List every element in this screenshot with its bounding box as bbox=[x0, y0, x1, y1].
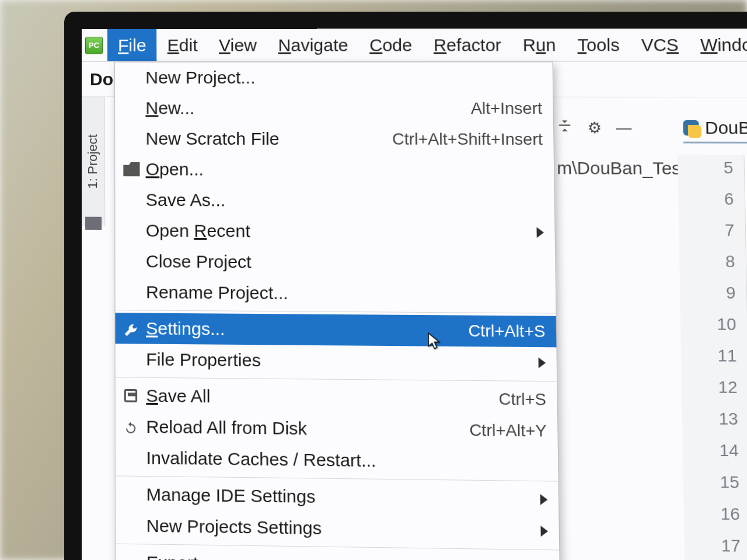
editor-gutter: 5 6 7 8 9 10 11 12 13 14 15 16 17 bbox=[678, 155, 747, 560]
line-number: 15 bbox=[683, 472, 747, 505]
menu-code[interactable]: Code bbox=[359, 29, 423, 61]
line-number: 16 bbox=[684, 504, 747, 537]
python-file-icon bbox=[683, 120, 699, 136]
menu-run[interactable]: Run bbox=[512, 29, 567, 61]
menu-window[interactable]: Windo bbox=[689, 29, 747, 61]
tool-window-tab-project[interactable]: 1: Project bbox=[82, 97, 105, 226]
menu-invalidate-caches[interactable]: Invalidate Caches / Restart... bbox=[116, 442, 558, 479]
line-number: 12 bbox=[682, 377, 747, 410]
folder-open-icon bbox=[123, 162, 139, 176]
menu-reload-from-disk[interactable]: Reload All from Disk Ctrl+Alt+Y bbox=[116, 411, 558, 447]
menu-file[interactable]: File bbox=[107, 29, 157, 61]
menu-tools[interactable]: Tools bbox=[566, 29, 630, 61]
mouse-cursor-icon bbox=[427, 332, 442, 351]
menu-save-as[interactable]: Save As... bbox=[115, 184, 554, 217]
menu-open-recent[interactable]: Open Recent bbox=[115, 215, 555, 249]
menu-view[interactable]: View bbox=[208, 29, 268, 61]
pycharm-icon: PC bbox=[85, 36, 103, 54]
menu-new-project[interactable]: New Project... bbox=[115, 62, 553, 93]
menu-new-scratch-file[interactable]: New Scratch File Ctrl+Alt+Shift+Insert bbox=[115, 123, 554, 155]
menu-rename-project[interactable]: Rename Project... bbox=[115, 276, 556, 310]
shortcut-label: Alt+Insert bbox=[471, 99, 543, 118]
shortcut-label: Ctrl+Alt+Y bbox=[469, 421, 547, 441]
line-number: 8 bbox=[679, 252, 746, 284]
submenu-arrow-icon bbox=[540, 526, 548, 537]
tool-window-tab-label: 1: Project bbox=[86, 134, 101, 189]
menu-vcs[interactable]: VCS bbox=[630, 29, 690, 61]
submenu-arrow-icon bbox=[540, 494, 548, 505]
menu-new[interactable]: New... Alt+Insert bbox=[115, 93, 553, 124]
shortcut-label: Ctrl+S bbox=[498, 390, 546, 410]
shortcut-label: Ctrl+Alt+Shift+Insert bbox=[392, 130, 543, 149]
project-toolwindow-toolbar: ⚙ — bbox=[556, 117, 632, 138]
gear-icon[interactable]: ⚙ bbox=[588, 119, 602, 138]
collapse-all-icon[interactable] bbox=[556, 117, 573, 138]
main-menubar: PC File Edit View Navigate Code Refactor… bbox=[82, 29, 747, 62]
menu-save-all[interactable]: Save All Ctrl+S bbox=[116, 380, 557, 415]
line-number: 17 bbox=[685, 536, 747, 560]
submenu-arrow-icon bbox=[536, 227, 544, 238]
menu-edit[interactable]: Edit bbox=[157, 29, 208, 61]
wrench-icon bbox=[124, 321, 138, 336]
ide-window: PC File Edit View Navigate Code Refactor… bbox=[82, 29, 747, 560]
line-number: 9 bbox=[680, 283, 747, 315]
shortcut-label: Ctrl+Alt+S bbox=[468, 321, 545, 341]
file-menu-dropdown: New Project... New... Alt+Insert New Scr… bbox=[114, 62, 560, 560]
editor-tab-label: DouB bbox=[705, 118, 747, 138]
menu-manage-ide-settings[interactable]: Manage IDE Settings bbox=[116, 478, 559, 515]
project-folder-icon bbox=[85, 217, 102, 230]
menu-new-projects-settings[interactable]: New Projects Settings bbox=[116, 510, 559, 547]
editor-tab[interactable]: DouB bbox=[683, 118, 747, 144]
line-number: 11 bbox=[681, 346, 747, 378]
minimize-icon[interactable]: — bbox=[616, 119, 631, 138]
save-icon bbox=[124, 389, 137, 402]
line-number: 10 bbox=[680, 314, 747, 346]
line-number: 7 bbox=[679, 220, 746, 252]
menu-close-project[interactable]: Close Project bbox=[115, 246, 555, 279]
menu-navigate[interactable]: Navigate bbox=[267, 29, 359, 61]
line-number: 5 bbox=[678, 158, 745, 190]
breadcrumb-fragment: Do bbox=[90, 69, 113, 89]
menu-settings[interactable]: Settings... Ctrl+Alt+S bbox=[116, 313, 557, 347]
line-number: 13 bbox=[682, 409, 747, 441]
line-number: 14 bbox=[683, 440, 747, 473]
project-path-fragment: m\DouBan_Tes bbox=[557, 158, 681, 178]
menu-file-properties[interactable]: File Properties bbox=[116, 344, 557, 379]
reload-icon bbox=[124, 419, 138, 434]
app-icon: PC bbox=[85, 33, 103, 58]
line-number: 6 bbox=[678, 190, 745, 221]
submenu-arrow-icon bbox=[538, 358, 546, 369]
menu-open[interactable]: Open... bbox=[115, 154, 554, 186]
menu-refactor[interactable]: Refactor bbox=[423, 29, 512, 61]
